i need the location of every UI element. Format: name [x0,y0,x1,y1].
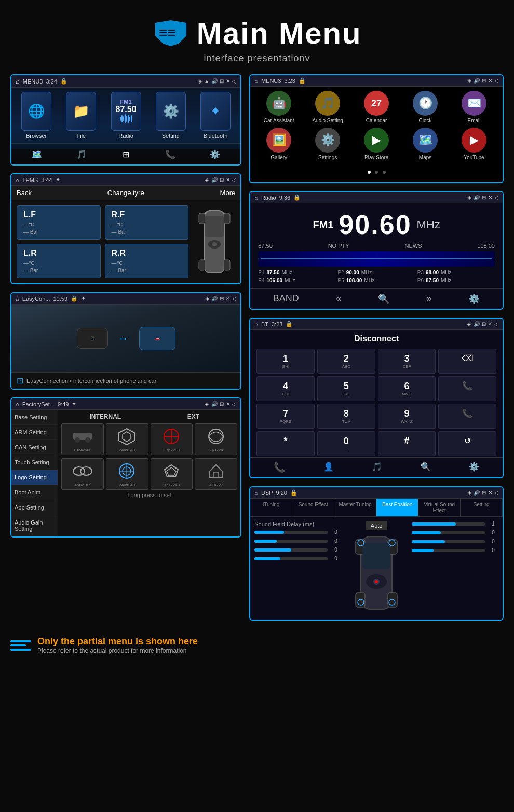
dial-6[interactable]: 6MNO [378,376,436,401]
easyconn-close-icon[interactable]: ✕ [226,296,230,301]
file-app[interactable]: 📁 File [63,92,99,139]
minimize-icon[interactable]: ⊟ [220,78,224,84]
dsp-tab-sound-effect[interactable]: Sound Effect [292,499,334,516]
bt-settings-icon[interactable]: ⚙️ [469,462,479,473]
radio-close-icon[interactable]: ✕ [488,195,492,200]
dial-hash[interactable]: # [378,431,436,456]
calendar-app[interactable]: 27 Calendar [360,91,394,123]
radio-band-btn[interactable]: BAND [273,293,299,305]
factory-touch-setting[interactable]: Touch Setting [11,455,58,470]
bt-contacts-icon[interactable]: 👤 [323,462,334,473]
radio-min-icon[interactable]: ⊟ [482,195,486,200]
tpms-more-btn[interactable]: More [220,189,236,197]
audio-setting-app[interactable]: 🎵 Audio Setting [311,91,345,123]
tpms-min-icon[interactable]: ⊟ [220,177,224,183]
dsp-slider-bar-4[interactable] [254,557,328,560]
radio-app[interactable]: FM1 87.50 Radio [108,92,144,139]
bt-home-icon[interactable]: ⌂ [254,321,258,327]
taskbar-music-icon[interactable]: 🎵 [74,147,89,161]
preset-p1[interactable]: P1 87.50 MHz [258,270,335,276]
bluetooth-app[interactable]: ✦ Bluetooth [197,92,234,139]
tpms-back-btn[interactable]: Back [17,189,32,197]
factory-boot-anim[interactable]: Boot Anim [11,485,58,500]
dsp-slider-bar-r4[interactable] [412,549,485,552]
dial-9[interactable]: 9WXYZ [378,404,436,429]
dial-2[interactable]: 2ABC [317,349,375,374]
clock-app[interactable]: 🕐 Clock [409,91,442,123]
factory-min-icon[interactable]: ⊟ [220,401,224,407]
taskbar-map-icon[interactable]: 🗺️ [30,147,44,161]
tpms-home-icon[interactable]: ⌂ [16,177,19,183]
home-icon[interactable]: ⌂ [16,77,20,85]
dsp-slider-bar-2[interactable] [254,540,328,543]
gallery-app[interactable]: 🖼️ Gallery [262,128,296,160]
factory-audio-gain[interactable]: Audio Gain Setting [11,515,58,536]
dial-0[interactable]: 0+ [317,431,375,456]
tpms-close-icon[interactable]: ✕ [226,177,230,183]
radio-search-btn[interactable]: 🔍 [378,293,389,305]
taskbar-phone-icon[interactable]: 📞 [163,147,178,161]
radio-home-icon[interactable]: ⌂ [254,195,258,201]
factory-app-setting[interactable]: App Setting [11,500,58,515]
dsp-home-icon[interactable]: ⌂ [254,490,258,496]
taskbar-settings-icon[interactable]: ⚙️ [208,147,222,161]
preset-p3[interactable]: P3 98.00 MHz [417,270,495,276]
dsp-auto-button[interactable]: Auto [366,521,388,530]
logo-item-4[interactable]: 240x24 [195,423,237,455]
radio-settings-btn[interactable]: ⚙️ [468,293,480,305]
play-store-app[interactable]: ▶ Play Store [360,128,394,160]
preset-p6[interactable]: P6 87.50 MHz [417,278,495,283]
easyconn-home-icon[interactable]: ⌂ [16,296,19,302]
logo-item-2[interactable]: 240x240 [106,423,148,455]
dial-star[interactable]: * [256,431,315,456]
taskbar-grid-icon[interactable]: ⊞ [119,147,133,161]
bt-call-icon[interactable]: 📞 [274,462,285,473]
logo-item-5[interactable]: 458x167 [61,458,104,490]
dial-3[interactable]: 3DEF [378,349,436,374]
tpms-back-icon[interactable]: ◁ [232,177,236,183]
bt-search-icon[interactable]: 🔍 [421,462,431,473]
bt-close-icon[interactable]: ✕ [488,321,492,327]
dsp-tab-ituning[interactable]: iTuning [250,499,292,516]
appgrid-min-icon[interactable]: ⊟ [482,78,486,84]
logo-item-3[interactable]: 176x233 [151,423,193,455]
dsp-slider-bar-r1[interactable] [412,522,485,526]
factory-back-icon[interactable]: ◁ [232,401,236,407]
factory-logo-setting[interactable]: Logo Setting [11,470,58,485]
browser-app[interactable]: 🌐 Browser [18,92,55,139]
dsp-tab-master-tuning[interactable]: Master Tuning [334,499,376,516]
logo-item-8[interactable]: 414x27 [195,458,237,490]
bt-music-icon[interactable]: 🎵 [372,462,382,473]
radio-next-btn[interactable]: » [426,293,431,305]
bt-back-icon[interactable]: ◁ [494,321,498,327]
dsp-tab-virtual-sound[interactable]: Virtual Sound Effect [418,499,461,516]
dial-1[interactable]: 1GHI [256,349,315,374]
preset-p2[interactable]: P2 90.00 MHz [337,270,415,276]
dial-call-green[interactable]: 📞 [438,376,496,401]
appgrid-home-icon[interactable]: ⌂ [254,78,258,84]
dsp-tab-best-position[interactable]: Best Position [376,499,418,516]
dsp-tab-setting[interactable]: Setting [461,499,503,516]
dsp-min-icon[interactable]: ⊟ [482,490,486,496]
dial-backspace[interactable]: ⌫ [438,349,496,374]
bt-min-icon[interactable]: ⊟ [482,321,486,327]
factory-close-icon[interactable]: ✕ [226,401,230,407]
radio-back-icon[interactable]: ◁ [494,195,498,200]
dial-call-red[interactable]: 📞 [438,404,496,429]
dial-7[interactable]: 7PQRS [256,404,315,429]
back-icon[interactable]: ◁ [232,78,236,84]
dial-refresh[interactable]: ↺ [438,431,496,456]
settings-app[interactable]: ⚙️ Settings [311,128,345,160]
car-assistant-app[interactable]: 🤖 Car Assistant [262,91,296,123]
factory-can-setting[interactable]: CAN Setting [11,440,58,455]
setting-app[interactable]: ⚙️ Setting [153,92,189,139]
factory-arm-setting[interactable]: ARM Setting [11,425,58,440]
dsp-close-icon[interactable]: ✕ [488,490,492,496]
dsp-slider-bar-r2[interactable] [412,531,485,534]
preset-p4[interactable]: P4 106.00 MHz [258,278,335,283]
dsp-slider-bar-3[interactable] [254,548,328,552]
logo-item-6[interactable]: 240x240 [106,458,148,490]
logo-item-7[interactable]: 377x240 [151,458,193,490]
appgrid-close-icon[interactable]: ✕ [488,78,492,84]
maps-app[interactable]: 🗺️ Maps [409,128,442,160]
